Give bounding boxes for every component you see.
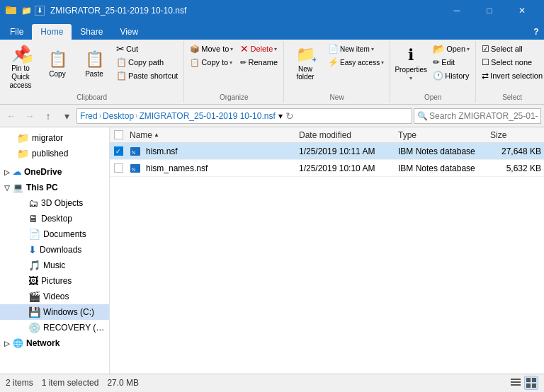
new-item-icon: 📄 [328, 44, 339, 54]
sidebar: 📁 migrator 📁 published ▷ ☁ OneDrive ▽ 💻 … [0, 127, 110, 374]
back-button[interactable]: ← [3, 108, 20, 125]
sidebar-item-desktop[interactable]: 🖥 Desktop [0, 211, 109, 226]
windows-c-icon: 💾 [28, 306, 40, 318]
svg-rect-9 [526, 378, 531, 382]
close-button[interactable]: ✕ [506, 0, 538, 21]
statusbar: 2 items 1 item selected 27.0 MB [0, 374, 544, 391]
sidebar-item-migrator[interactable]: 📁 migrator [0, 130, 109, 146]
table-row[interactable]: ✓ N hism.nsf 1/25/2019 10:11 AM IBM Note… [110, 143, 544, 160]
search-bar[interactable]: 🔍 [414, 108, 541, 124]
sidebar-label-music: Music [43, 260, 65, 270]
invert-label: Invert selection [490, 71, 543, 80]
copy-to-button[interactable]: 📋 Copy to ▾ [187, 56, 236, 69]
network-icon: 🌐 [13, 338, 23, 348]
sidebar-item-windows-c[interactable]: 💾 Windows (C:) [0, 304, 109, 320]
expand-icon-network: ▷ [4, 340, 10, 347]
new-folder-button[interactable]: 📁 + Newfolder [287, 42, 324, 83]
bread-fred[interactable]: Fred [80, 111, 98, 121]
titlebar: 📁 ⬇ ZMIGRATOR_25-01-2019 10-10.nsf ─ □ ✕ [0, 0, 544, 21]
copy-path-button[interactable]: 📋 Copy path [113, 56, 181, 69]
refresh-icon[interactable]: ↻ [285, 110, 294, 122]
new-label: New [287, 92, 387, 101]
edit-label: Edit [441, 58, 455, 67]
view-controls [509, 376, 538, 390]
search-input[interactable] [429, 111, 538, 121]
sidebar-item-3d-objects[interactable]: 🗂 3D Objects [0, 195, 109, 211]
expand-icon-onedrive: ▷ [4, 168, 10, 176]
edit-button[interactable]: ✏ Edit [430, 56, 472, 69]
large-icons-view-button[interactable] [524, 376, 538, 390]
open-col: 📂 Open ▾ ✏ Edit 🕐 History [430, 42, 472, 82]
sidebar-header-onedrive[interactable]: ▷ ☁ OneDrive [0, 164, 109, 180]
open-button[interactable]: 📂 Open ▾ [430, 42, 472, 55]
history-button[interactable]: 🕐 History [430, 69, 472, 82]
sidebar-item-recovery-d[interactable]: 💿 RECOVERY (D:) [0, 320, 109, 335]
svg-rect-1 [6, 6, 11, 8]
tab-view[interactable]: View [111, 24, 147, 40]
sidebar-header-network[interactable]: ▷ 🌐 Network [0, 335, 109, 351]
checkbox-2[interactable] [114, 163, 123, 173]
sidebar-item-published[interactable]: 📁 published [0, 146, 109, 161]
paste-button[interactable]: 📋 Paste [76, 42, 112, 85]
select-none-button[interactable]: ☐ Select none [479, 56, 544, 69]
bread-sep-2: › [135, 112, 137, 120]
checkbox-1[interactable]: ✓ [114, 146, 123, 156]
name-column-label: Name [130, 130, 152, 140]
header-type[interactable]: Type [395, 127, 487, 143]
bread-desktop[interactable]: Desktop [103, 111, 134, 121]
header-name[interactable]: Name ▲ [127, 127, 296, 143]
invert-selection-button[interactable]: ⇄ Invert selection [479, 69, 544, 82]
select-all-button[interactable]: ☑ Select all [479, 42, 544, 55]
file-check-2[interactable] [110, 163, 127, 173]
sidebar-item-downloads[interactable]: ⬇ Downloads [0, 242, 109, 258]
file-date-1: 1/25/2019 10:11 AM [296, 146, 395, 156]
file-icon-2: N [130, 163, 141, 174]
forward-button[interactable]: → [21, 108, 38, 125]
help-button[interactable]: ? [528, 24, 544, 40]
bread-folder[interactable]: ZMIGRATOR_25-01-2019 10-10.nsf [139, 111, 275, 121]
select-col: ☑ Select all ☐ Select none ⇄ Invert sele… [479, 42, 544, 82]
sidebar-header-this-pc[interactable]: ▽ 💻 This PC [0, 180, 109, 195]
address-bar[interactable]: Fred › Desktop › ZMIGRATOR_25-01-2019 10… [76, 108, 412, 124]
new-item-button[interactable]: 📄 New item ▾ [325, 42, 387, 55]
move-to-button[interactable]: 📦 Move to ▾ [187, 42, 236, 55]
cut-button[interactable]: ✂ Cut [113, 42, 181, 55]
sidebar-item-pictures[interactable]: 🖼 Pictures [0, 273, 109, 289]
tab-share[interactable]: Share [72, 24, 111, 40]
edit-icon: ✏ [433, 57, 440, 67]
move-to-label: Move to [201, 45, 229, 53]
header-checkbox[interactable] [114, 130, 123, 139]
properties-icon: ℹ [408, 46, 414, 64]
header-size[interactable]: Size [487, 127, 544, 143]
tab-home[interactable]: Home [32, 24, 72, 40]
dropdown-arrow-address[interactable]: ▾ [278, 111, 283, 121]
ribbon-new-content: 📁 + Newfolder 📄 New item ▾ ⚡ Easy access… [287, 42, 387, 92]
header-date[interactable]: Date modified [296, 127, 395, 143]
details-view-button[interactable] [509, 376, 523, 390]
pin-to-quick-access-button[interactable]: 📌 📁 Pin to Quickaccess [3, 42, 38, 92]
sidebar-item-videos[interactable]: 🎬 Videos [0, 289, 109, 304]
file-check-1[interactable]: ✓ [110, 146, 127, 156]
maximize-button[interactable]: □ [473, 0, 506, 21]
minimize-button[interactable]: ─ [441, 0, 473, 21]
paste-shortcut-button[interactable]: 📋 Paste shortcut [113, 69, 181, 82]
3d-icon: 🗂 [28, 197, 38, 209]
table-row[interactable]: N hism_names.nsf 1/25/2019 10:10 AM IBM … [110, 160, 544, 177]
copy-label: Copy [49, 70, 65, 78]
organize-label: Organize [187, 92, 280, 101]
item-count: 2 items [6, 378, 33, 388]
tab-file[interactable]: File [1, 24, 32, 40]
delete-button[interactable]: ✕ Delete ▾ [237, 42, 280, 55]
copy-button[interactable]: 📋 Copy [40, 42, 75, 85]
sidebar-label-recovery-d: RECOVERY (D:) [43, 323, 105, 333]
up-button[interactable]: ↑ [40, 108, 57, 125]
easy-access-button[interactable]: ⚡ Easy access ▾ [325, 56, 387, 69]
rename-button[interactable]: ✏ Rename [237, 56, 280, 69]
svg-rect-6 [511, 379, 521, 380]
properties-button[interactable]: ℹ Properties ▾ [393, 42, 429, 85]
copy-icon: 📋 [48, 50, 67, 69]
recent-locations-button[interactable]: ▾ [58, 108, 75, 125]
sidebar-item-documents[interactable]: 📄 Documents [0, 226, 109, 242]
move-to-arrow: ▾ [230, 46, 233, 52]
sidebar-item-music[interactable]: 🎵 Music [0, 258, 109, 273]
